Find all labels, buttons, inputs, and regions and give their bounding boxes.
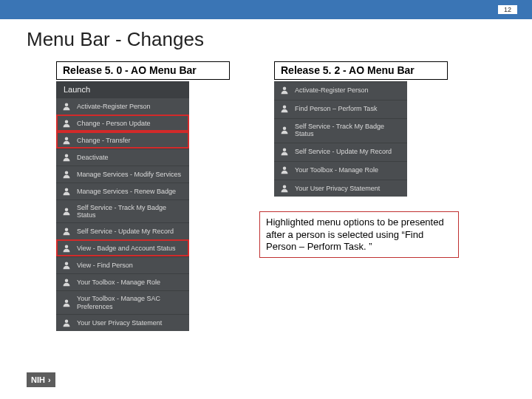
menu-item-label: Your Toolbox - Manage Role bbox=[77, 279, 160, 286]
menu-item[interactable]: View - Badge and Account Status bbox=[56, 239, 189, 256]
menu-item-label: Find Person – Perform Task bbox=[295, 105, 377, 112]
menu-item[interactable]: View - Find Person bbox=[56, 256, 189, 273]
person-icon bbox=[280, 166, 289, 174]
menu-item[interactable]: Self Service - Track My Badge Status bbox=[274, 118, 407, 142]
person-icon bbox=[62, 261, 71, 270]
menu-item-label: Your Toolbox - Manage Role bbox=[295, 166, 378, 174]
menu-item[interactable]: Activate-Register Person bbox=[274, 81, 407, 98]
person-icon bbox=[280, 147, 289, 156]
person-icon bbox=[280, 126, 289, 134]
menu-item[interactable]: Your User Privacy Statement bbox=[56, 314, 189, 331]
callout-note: Highlighted menu options to be presented… bbox=[259, 211, 459, 258]
menu-item[interactable]: Activate-Register Person bbox=[56, 98, 189, 115]
person-icon bbox=[280, 184, 289, 193]
menu-item-label: Manage Services - Modify Services bbox=[77, 171, 181, 178]
right-menu: Activate-Register Person Find Person – P… bbox=[274, 81, 407, 197]
left-menu: Launch Activate-Register Person Change -… bbox=[56, 81, 189, 331]
slide-title: Menu Bar - Changes bbox=[0, 19, 532, 61]
person-icon bbox=[62, 153, 71, 162]
menu-item-label: Self Service - Update My Record bbox=[77, 228, 174, 235]
person-icon bbox=[62, 299, 71, 307]
person-icon bbox=[62, 207, 71, 216]
person-icon bbox=[280, 104, 289, 113]
person-icon bbox=[62, 187, 71, 196]
menu-item-label: Your Toolbox - Manage SAC Preferences bbox=[77, 295, 183, 310]
menu-item-label: View - Find Person bbox=[77, 262, 133, 269]
menu-item[interactable]: Self Service - Track My Badge Status bbox=[56, 200, 189, 223]
top-bar: 12 bbox=[0, 0, 532, 19]
nih-label: NIH bbox=[31, 375, 45, 384]
menu-item-label: Your User Privacy Statement bbox=[77, 319, 162, 327]
menu-item[interactable]: Deactivate bbox=[56, 149, 189, 166]
menu-item[interactable]: Your Toolbox - Manage Role bbox=[56, 273, 189, 290]
menu-item[interactable]: Self Service - Update My Record bbox=[274, 143, 407, 160]
menu-item[interactable]: Find Person – Perform Task bbox=[274, 100, 407, 117]
chevron-right-icon: › bbox=[48, 376, 51, 384]
person-icon bbox=[62, 119, 71, 128]
person-icon bbox=[62, 278, 71, 287]
column-left: Release 5. 0 - AO Menu Bar Launch Activa… bbox=[56, 61, 230, 331]
menu-item-label: Self Service - Track My Badge Status bbox=[77, 204, 183, 219]
person-icon bbox=[62, 318, 71, 327]
person-icon bbox=[62, 102, 71, 111]
menu-item-label: Change - Transfer bbox=[77, 137, 131, 144]
menu-item[interactable]: Your Toolbox - Manage SAC Preferences bbox=[56, 290, 189, 314]
column-right: Release 5. 2 - AO Menu Bar Activate-Regi… bbox=[274, 61, 448, 331]
menu-item-label: Self Service - Update My Record bbox=[295, 148, 392, 155]
person-icon bbox=[62, 170, 71, 179]
launch-header: Launch bbox=[56, 81, 189, 98]
menu-item[interactable]: Manage Services - Renew Badge bbox=[56, 183, 189, 200]
menu-item-label: Activate-Register Person bbox=[77, 103, 151, 110]
menu-item-label: View - Badge and Account Status bbox=[77, 245, 175, 252]
menu-item[interactable]: Self Service - Update My Record bbox=[56, 222, 189, 239]
menu-item[interactable]: Your User Privacy Statement bbox=[274, 180, 407, 197]
person-icon bbox=[62, 227, 71, 236]
menu-item-label: Activate-Register Person bbox=[295, 86, 369, 94]
menu-item-label: Deactivate bbox=[77, 154, 109, 161]
left-heading-box: Release 5. 0 - AO Menu Bar bbox=[56, 61, 230, 80]
menu-item-label: Your User Privacy Statement bbox=[295, 185, 380, 192]
person-icon bbox=[62, 136, 71, 145]
right-heading-box: Release 5. 2 - AO Menu Bar bbox=[274, 61, 448, 80]
menu-item[interactable]: Change - Person Update bbox=[56, 115, 189, 132]
page-number: 12 bbox=[498, 5, 517, 14]
menu-item-label: Self Service - Track My Badge Status bbox=[295, 123, 401, 138]
menu-item[interactable]: Your Toolbox - Manage Role bbox=[274, 161, 407, 178]
menu-item[interactable]: Manage Services - Modify Services bbox=[56, 166, 189, 183]
person-icon bbox=[280, 86, 289, 95]
columns: Release 5. 0 - AO Menu Bar Launch Activa… bbox=[0, 61, 532, 331]
menu-item-label: Manage Services - Renew Badge bbox=[77, 188, 176, 195]
menu-item-label: Change - Person Update bbox=[77, 120, 151, 127]
nih-logo: NIH › bbox=[27, 372, 55, 387]
menu-item[interactable]: Change - Transfer bbox=[56, 132, 189, 149]
person-icon bbox=[62, 244, 71, 253]
